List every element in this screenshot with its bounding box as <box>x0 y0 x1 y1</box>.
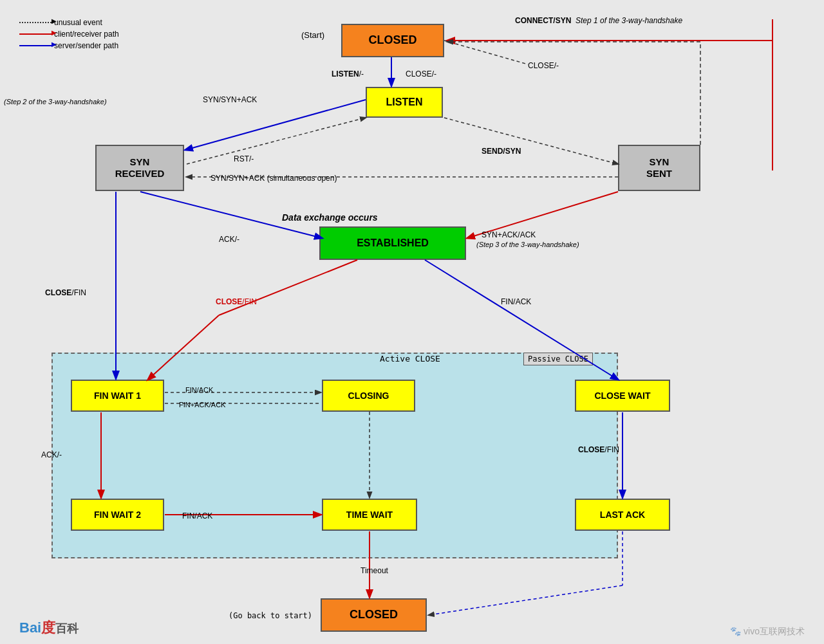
state-closed-top: CLOSED <box>341 24 444 57</box>
svg-line-8 <box>444 118 618 164</box>
legend-unusual: ▶ unusual event <box>19 18 119 27</box>
label-start: (Start) <box>301 30 324 40</box>
label-ack-left: ACK/- <box>219 235 239 244</box>
label-send-syn: SEND/SYN <box>482 147 521 156</box>
svg-line-6 <box>185 100 366 150</box>
label-fin-ack-fw1-closing: FIN/ACK <box>185 386 213 394</box>
label-close-fin-left: CLOSE/FIN <box>45 288 86 297</box>
legend-client: ▶ client/receiver path <box>19 30 119 39</box>
watermark-vivo: 🐾 vivo互联网技术 <box>730 626 805 638</box>
label-timeout: Timeout <box>360 566 388 575</box>
legend-server: ▶ server/sender path <box>19 41 119 50</box>
svg-line-14 <box>219 260 357 315</box>
state-close-wait: CLOSE WAIT <box>575 380 670 412</box>
diagram-container: ▶ unusual event ▶ client/receiver path ▶… <box>0 0 824 644</box>
label-simultaneous: SYN/SYN+ACK (simultaneous open) <box>211 174 337 183</box>
label-step3: (Step 3 of the 3-way-handshake) <box>476 241 579 248</box>
state-last-ack: LAST ACK <box>575 499 670 531</box>
legend: ▶ unusual event ▶ client/receiver path ▶… <box>19 18 119 53</box>
label-close-dashed-right: CLOSE/- <box>528 61 559 70</box>
label-fin-ack-right: FIN/ACK <box>501 297 531 306</box>
active-close-label: Active CLOSE <box>380 354 440 363</box>
state-closed-bottom: CLOSED <box>321 598 427 632</box>
passive-close-label: Passive CLOSE <box>523 353 593 365</box>
label-synack-ack: SYN+ACK/ACK <box>482 230 536 239</box>
label-close-top-center: CLOSE/- <box>406 69 436 78</box>
state-time-wait: TIME WAIT <box>322 499 417 531</box>
label-syn-synack: SYN/SYN+ACK <box>203 95 257 104</box>
state-listen: LISTEN <box>366 87 443 118</box>
label-ack-fw1-fw2: ACK/- <box>41 450 62 459</box>
label-finackack: FIN+ACK/ACK <box>179 401 225 409</box>
state-syn-received: SYNRECEIVED <box>95 145 184 191</box>
svg-line-26 <box>444 41 528 64</box>
svg-line-7 <box>187 118 366 164</box>
label-step2: (Step 2 of the 3-way-handshake) <box>4 98 107 106</box>
label-close-fin-cw: CLOSE/FIN <box>578 445 619 454</box>
state-closing: CLOSING <box>322 380 415 412</box>
label-go-back: (Go back to start) <box>229 611 312 620</box>
label-rst: RST/- <box>234 154 254 163</box>
state-syn-sent: SYNSENT <box>618 145 700 191</box>
state-established: ESTABLISHED <box>319 226 466 260</box>
label-fin-ack-fw2-tw: FIN/ACK <box>182 511 212 520</box>
state-fin-wait-1: FIN WAIT 1 <box>71 380 164 412</box>
state-fin-wait-2: FIN WAIT 2 <box>71 499 164 531</box>
svg-line-25 <box>429 585 623 615</box>
label-data-exchange: Data exchange occurs <box>282 212 378 223</box>
label-connect-syn: CONNECT/SYN Step 1 of the 3-way-handshak… <box>515 16 682 25</box>
watermark-baidu: Bai度百科 <box>19 618 79 638</box>
label-listen-dash: LISTEN/- <box>332 69 364 78</box>
label-close-fin-center: CLOSE/FIN <box>216 297 257 306</box>
